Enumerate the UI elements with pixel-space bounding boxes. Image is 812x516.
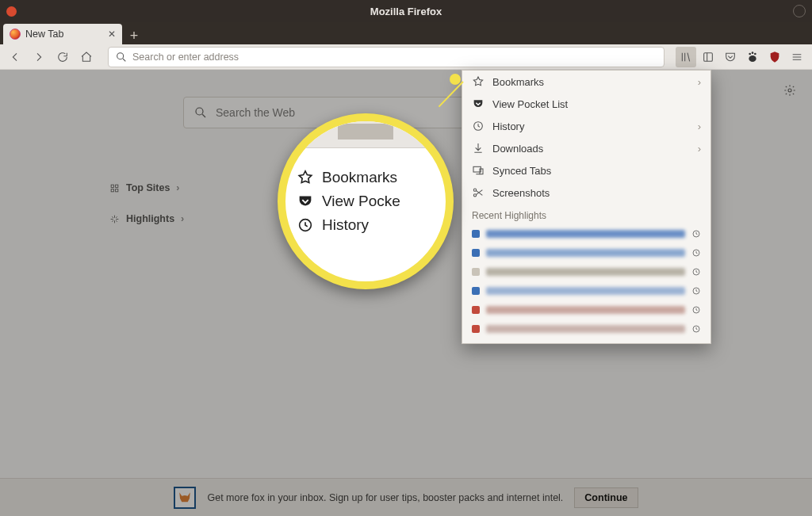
library-icon	[680, 51, 692, 63]
reload-icon	[56, 51, 69, 63]
svg-point-5	[749, 55, 756, 62]
recent-highlight-item[interactable]	[462, 243, 710, 262]
toolbar-right-icons	[676, 47, 807, 67]
zoom-label: Bookmarks	[322, 169, 397, 186]
synced-tabs-icon	[472, 164, 485, 177]
star-icon	[297, 169, 314, 186]
navigation-toolbar: Search or enter address	[0, 44, 812, 70]
menu-item-label: View Pocket List	[492, 98, 568, 110]
star-icon	[472, 75, 485, 88]
arrow-right-icon	[33, 51, 45, 63]
pocket-icon	[724, 51, 737, 63]
svg-point-4	[754, 52, 756, 55]
chevron-right-icon: ›	[698, 120, 701, 132]
library-screenshots[interactable]: Screenshots	[462, 182, 710, 204]
svg-point-2	[749, 52, 751, 55]
library-bookmarks[interactable]: Bookmarks ›	[462, 71, 710, 93]
library-synced-tabs[interactable]: Synced Tabs	[462, 159, 710, 182]
callout-dot	[450, 74, 461, 85]
download-icon	[472, 142, 485, 155]
new-tab-button[interactable]: +	[122, 28, 141, 44]
pocket-icon	[472, 97, 485, 110]
clock-icon	[691, 324, 701, 334]
back-button[interactable]	[5, 47, 25, 67]
menu-item-label: Downloads	[492, 143, 543, 155]
svg-point-0	[117, 52, 124, 59]
foot-icon	[746, 51, 759, 63]
clock-icon	[691, 229, 701, 239]
zoom-callout: Bookmarks View Pocke History	[278, 113, 454, 289]
zoom-label: View Pocke	[322, 193, 400, 210]
zoom-row-history: History	[297, 213, 438, 237]
ublock-button[interactable]	[764, 47, 785, 67]
url-bar[interactable]: Search or enter address	[108, 47, 665, 67]
shield-icon	[768, 51, 781, 63]
menu-item-label: History	[492, 120, 524, 132]
app-menu-button[interactable]	[787, 47, 807, 67]
pocket-icon	[297, 193, 314, 210]
clock-icon	[691, 305, 701, 315]
sidebar-icon	[702, 51, 714, 63]
arrow-left-icon	[9, 51, 21, 63]
clock-icon	[691, 248, 701, 258]
recent-highlight-item[interactable]	[462, 224, 710, 243]
window-titlebar: Mozilla Firefox	[0, 0, 812, 22]
sidebar-button[interactable]	[698, 47, 718, 67]
recent-highlight-item[interactable]	[462, 281, 710, 300]
scissors-icon	[472, 186, 485, 199]
menu-item-label: Synced Tabs	[492, 165, 551, 177]
zoom-row-bookmarks: Bookmarks	[297, 166, 438, 189]
reload-button[interactable]	[52, 47, 73, 67]
gnome-extension-button[interactable]	[742, 47, 763, 67]
library-history[interactable]: History ›	[462, 115, 710, 137]
library-pocket[interactable]: View Pocket List	[462, 93, 710, 115]
svg-rect-14	[480, 169, 483, 174]
zoom-row-pocket: View Pocke	[297, 189, 438, 213]
home-icon	[80, 51, 93, 63]
chevron-right-icon: ›	[698, 76, 701, 88]
recent-highlight-item[interactable]	[462, 300, 710, 319]
tab-newtab[interactable]: New Tab ✕	[3, 24, 122, 44]
svg-rect-1	[704, 52, 713, 61]
library-button[interactable]	[676, 47, 696, 67]
menu-item-label: Screenshots	[492, 187, 550, 199]
library-downloads[interactable]: Downloads ›	[462, 137, 710, 159]
pocket-button[interactable]	[720, 47, 741, 67]
chevron-right-icon: ›	[698, 143, 701, 155]
recent-highlight-item[interactable]	[462, 319, 710, 338]
svg-point-3	[752, 52, 754, 54]
tab-label: New Tab	[25, 29, 63, 40]
history-icon	[297, 216, 314, 234]
tab-strip: New Tab ✕ +	[0, 22, 812, 44]
clock-icon	[691, 267, 701, 277]
close-tab-icon[interactable]: ✕	[108, 29, 116, 40]
recent-highlight-item[interactable]	[462, 262, 710, 281]
url-placeholder: Search or enter address	[132, 52, 239, 63]
history-icon	[472, 120, 485, 132]
recent-highlights-heading: Recent Highlights	[462, 204, 710, 224]
home-button[interactable]	[76, 47, 97, 67]
window-title: Mozilla Firefox	[0, 6, 812, 17]
hamburger-icon	[791, 51, 803, 63]
clock-icon	[691, 286, 701, 296]
forward-button[interactable]	[29, 47, 49, 67]
library-menu-panel: Bookmarks › View Pocket List History › D…	[462, 70, 711, 344]
search-icon	[115, 51, 128, 63]
newtab-content: Search the Web Top Sites › Highlights › …	[0, 70, 812, 516]
window-maximize-button[interactable]	[793, 5, 806, 17]
firefox-favicon	[10, 29, 21, 40]
menu-item-label: Bookmarks	[492, 76, 544, 88]
zoom-label: History	[322, 216, 369, 234]
